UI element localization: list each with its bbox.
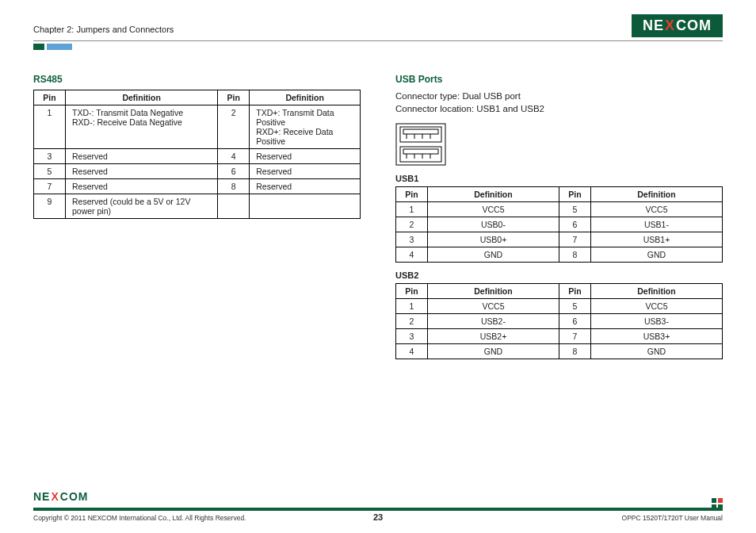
header-accent: [33, 44, 723, 50]
pin-cell: 7: [559, 232, 591, 247]
definition-cell: Reserved: [66, 164, 218, 179]
rs485-title: RS485: [33, 74, 361, 85]
th-pin: Pin: [396, 187, 428, 202]
pin-cell: 9: [34, 194, 66, 219]
definition-cell: VCC5: [591, 299, 723, 314]
pin-cell: 3: [396, 329, 428, 344]
pin-cell: 8: [559, 344, 591, 359]
usb2-title: USB2: [395, 270, 723, 280]
usb-description: Connector type: Dual USB port Connector …: [395, 90, 723, 115]
usb-ports-title: USB Ports: [395, 74, 723, 85]
table-row: 3USB2+7USB3+: [396, 329, 723, 344]
definition-cell: Reserved: [66, 179, 218, 194]
pin-cell: 8: [218, 179, 250, 194]
th-def: Definition: [591, 284, 723, 299]
table-row: 5Reserved6Reserved: [34, 164, 361, 179]
footer-bar: [33, 508, 723, 511]
definition-cell: TXD-: Transmit Data NegativeRXD-: Receiv…: [66, 105, 218, 149]
definition-cell: Reserved: [250, 179, 361, 194]
pin-cell: 1: [34, 105, 66, 149]
table-row: 9Reserved (could be a 5V or 12V power pi…: [34, 194, 361, 219]
svg-rect-2: [403, 129, 438, 134]
table-row: 3USB0+7USB1+: [396, 232, 723, 247]
pin-cell: 6: [559, 217, 591, 232]
table-row: 2USB0-6USB1-: [396, 217, 723, 232]
pin-cell: 3: [34, 149, 66, 164]
page-number: 23: [373, 512, 383, 522]
definition-cell: USB3+: [591, 329, 723, 344]
pin-cell: 4: [396, 247, 428, 263]
th-pin: Pin: [396, 284, 428, 299]
pin-cell: 6: [218, 164, 250, 179]
th-def: Definition: [591, 187, 723, 202]
chapter-title: Chapter 2: Jumpers and Connectors: [33, 25, 174, 37]
th-def: Definition: [428, 187, 559, 202]
usb-desc-line1: Connector type: Dual USB port: [395, 91, 521, 101]
pin-cell: 8: [559, 247, 591, 263]
table-row: 2USB2-6USB3-: [396, 314, 723, 329]
usb1-title: USB1: [395, 174, 723, 183]
table-row: 4GND8GND: [396, 344, 723, 359]
logo-text-x: X: [665, 17, 675, 34]
definition-cell: USB2-: [428, 314, 559, 329]
svg-rect-8: [403, 149, 438, 154]
brand-logo: NEXCOM: [632, 14, 723, 37]
definition-cell: Reserved: [250, 149, 361, 164]
pin-cell: 2: [396, 314, 428, 329]
pin-cell: 5: [34, 164, 66, 179]
pin-cell: 4: [218, 149, 250, 164]
definition-cell: GND: [591, 247, 723, 263]
definition-cell: VCC5: [428, 299, 559, 314]
table-row: 1VCC55VCC5: [396, 299, 723, 314]
pin-cell: 2: [218, 105, 250, 149]
pin-cell: 5: [559, 299, 591, 314]
logo-text-pre: NE: [643, 17, 664, 34]
definition-cell: Reserved: [66, 149, 218, 164]
th-pin: Pin: [559, 284, 591, 299]
th-pin: Pin: [34, 90, 66, 105]
table-row: 3Reserved4Reserved: [34, 149, 361, 164]
rs485-table: Pin Definition Pin Definition 1TXD-: Tra…: [33, 90, 361, 219]
definition-cell: GND: [428, 344, 559, 359]
definition-cell: VCC5: [428, 202, 559, 217]
table-row: 7Reserved8Reserved: [34, 179, 361, 194]
pin-cell: 4: [396, 344, 428, 359]
pin-cell: 5: [559, 202, 591, 217]
usb1-table: Pin Definition Pin Definition 1VCC55VCC5…: [395, 186, 723, 263]
usb2-table: Pin Definition Pin Definition 1VCC55VCC5…: [395, 283, 723, 359]
copyright-text: Copyright © 2011 NEXCOM International Co…: [33, 514, 246, 522]
definition-cell: USB0+: [428, 232, 559, 247]
pin-cell: 1: [396, 299, 428, 314]
pin-cell: 3: [396, 232, 428, 247]
definition-cell: USB0-: [428, 217, 559, 232]
definition-cell: VCC5: [591, 202, 723, 217]
definition-cell: USB2+: [428, 329, 559, 344]
pin-cell: 2: [396, 217, 428, 232]
pin-cell: [218, 194, 250, 219]
definition-cell: GND: [591, 344, 723, 359]
pin-cell: 7: [559, 329, 591, 344]
manual-name: OPPC 1520T/1720T User Manual: [622, 514, 723, 522]
th-def: Definition: [250, 90, 361, 105]
definition-cell: USB3-: [591, 314, 723, 329]
pin-cell: 6: [559, 314, 591, 329]
table-row: 1VCC55VCC5: [396, 202, 723, 217]
footer-logo: NEXCOM: [33, 490, 88, 503]
table-row: 1TXD-: Transmit Data NegativeRXD-: Recei…: [34, 105, 361, 149]
definition-cell: USB1+: [591, 232, 723, 247]
th-pin: Pin: [559, 187, 591, 202]
header-rule: [33, 40, 723, 41]
usb-connector-diagram: [395, 123, 723, 166]
table-row: 4GND8GND: [396, 247, 723, 263]
th-pin: Pin: [218, 90, 250, 105]
definition-cell: GND: [428, 247, 559, 263]
th-def: Definition: [66, 90, 218, 105]
definition-cell: USB1-: [591, 217, 723, 232]
definition-cell: Reserved (could be a 5V or 12V power pin…: [66, 194, 218, 219]
pin-cell: 1: [396, 202, 428, 217]
usb-desc-line2: Connector location: USB1 and USB2: [395, 104, 544, 113]
definition-cell: Reserved: [250, 164, 361, 179]
pin-cell: 7: [34, 179, 66, 194]
logo-text-post: COM: [676, 17, 712, 34]
definition-cell: TXD+: Transmit Data PositiveRXD+: Receiv…: [250, 105, 361, 149]
